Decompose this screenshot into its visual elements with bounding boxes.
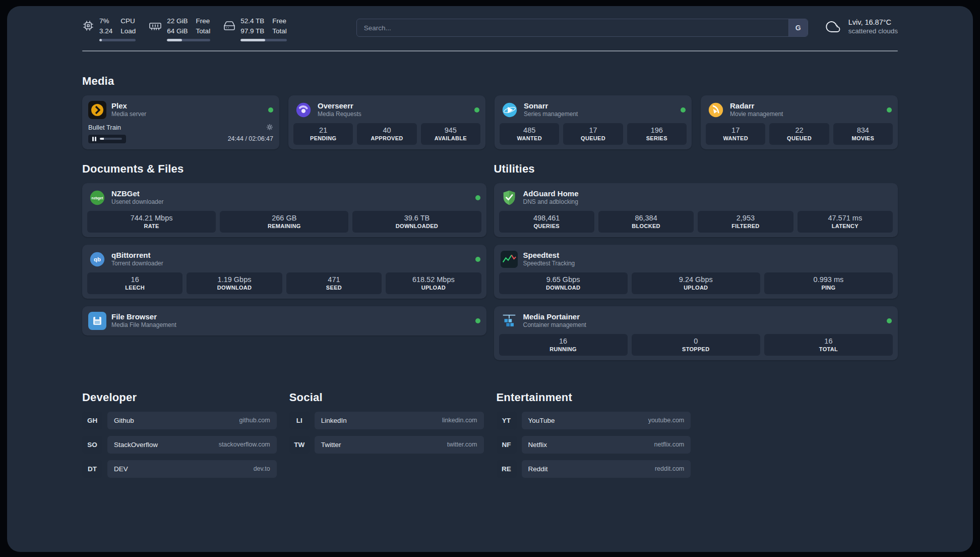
cpu-load-label: Load [120, 26, 136, 36]
service-card-filebrowser[interactable]: File Browser Media File Management [82, 306, 486, 336]
service-subtitle: Usenet downloader [111, 198, 163, 206]
pause-icon [92, 137, 96, 141]
service-name: Radarr [730, 101, 783, 111]
pause-button[interactable] [88, 135, 126, 143]
disk-free-label: Free [272, 16, 287, 26]
bookmark-name: Github [114, 417, 134, 424]
search-input[interactable] [356, 19, 808, 37]
section-title-media: Media [82, 75, 898, 88]
stat-tile: 498,461 QUERIES [499, 211, 594, 233]
bookmark-netflix[interactable]: NF Netflix netflix.com [497, 436, 691, 454]
stat-tile: 17 WANTED [706, 123, 765, 145]
bookmark-twitter[interactable]: TW Twitter twitter.com [289, 436, 484, 454]
service-card-nzbget[interactable]: nzbget NZBGet Usenet downloader 744.21 M… [82, 183, 486, 237]
stat-tile: 471 SEED [286, 272, 382, 294]
hard-drive-icon [223, 20, 235, 32]
playback-time: 24:44 / 02:06:47 [228, 135, 273, 142]
disk-progress-fill [240, 39, 265, 41]
service-name: Overseerr [318, 101, 361, 111]
service-subtitle: Series management [524, 110, 578, 119]
bookmark-linkedin[interactable]: LI LinkedIn linkedin.com [289, 412, 484, 429]
plex-icon [88, 101, 106, 119]
cloud-icon [824, 19, 842, 34]
service-card-speedtest[interactable]: Speedtest Speedtest Tracking 9.65 Gbps D… [494, 245, 898, 299]
topbar-divider [82, 50, 898, 51]
stat-tile: 834 MOVIES [833, 123, 893, 145]
bookmark-url: dev.to [254, 465, 270, 472]
status-dot [681, 107, 686, 113]
bookmark-abbr: GH [82, 412, 102, 429]
service-subtitle: Container management [523, 321, 586, 329]
service-subtitle: DNS and adblocking [523, 198, 579, 206]
now-playing-title: Bullet Train [88, 124, 121, 131]
memory-total-label: Total [196, 26, 211, 36]
bookmark-url: netflix.com [654, 441, 685, 448]
bookmark-url: linkedin.com [442, 417, 477, 424]
service-name: Speedtest [523, 250, 575, 260]
disk-total-value: 97.9 TB [240, 26, 264, 36]
stat-tile: 16 LEECH [87, 272, 182, 294]
service-card-qbittorrent[interactable]: qb qBittorrent Torrent downloader 16 LEE… [82, 245, 486, 299]
service-card-adguard[interactable]: AdGuard Home DNS and adblocking 498,461 … [494, 183, 898, 237]
bookmark-youtube[interactable]: YT YouTube youtube.com [497, 412, 691, 429]
bookmark-abbr: NF [497, 436, 517, 454]
portainer-icon [500, 312, 518, 330]
bookmark-url: twitter.com [447, 441, 477, 448]
service-name: qBittorrent [111, 250, 163, 260]
dashboard-content: 7% 3.24 CPU Load [82, 6, 898, 484]
stat-tile: 744.21 Mbps RATE [87, 211, 216, 233]
service-card-sonarr[interactable]: Sonarr Series management 485 WANTED 17 Q… [495, 95, 692, 149]
adguard-icon [500, 189, 518, 207]
svg-text:qb: qb [94, 256, 101, 262]
media-card-grid: Plex Media server Bullet Train [82, 95, 898, 149]
service-card-overseerr[interactable]: Overseerr Media Requests 21 PENDING 40 A… [288, 95, 485, 149]
service-card-portainer[interactable]: Media Portainer Container management 16 … [494, 306, 898, 360]
memory-progressbar [167, 39, 210, 41]
stat-tile: 47.571 ms LATENCY [798, 211, 893, 233]
bookmark-stackoverflow[interactable]: SO StackOverflow stackoverflow.com [82, 436, 277, 454]
service-name: AdGuard Home [523, 189, 579, 199]
bookmark-github[interactable]: GH Github github.com [82, 412, 277, 429]
service-subtitle: Movie management [730, 110, 783, 119]
service-subtitle: Media File Management [111, 321, 176, 329]
disk-free-value: 52.4 TB [240, 16, 264, 26]
status-dot [268, 107, 273, 113]
service-card-plex[interactable]: Plex Media server Bullet Train [82, 95, 279, 149]
bookmark-dev[interactable]: DT DEV dev.to [82, 460, 277, 478]
stat-tile: 0 STOPPED [632, 334, 760, 356]
weather-condition: scattered clouds [848, 27, 898, 35]
bookmark-url: reddit.com [655, 465, 684, 472]
bookmark-url: stackoverflow.com [219, 441, 270, 448]
bookmark-name: DEV [114, 465, 128, 473]
search-provider-button[interactable]: G [788, 19, 808, 36]
stat-tile: 485 WANTED [500, 123, 559, 145]
memory-free-value: 22 GiB [167, 16, 188, 26]
gear-icon[interactable] [266, 124, 273, 131]
stat-tile: 39.6 TB DOWNLOADED [352, 211, 481, 233]
bookmark-group-developer: Developer GH Github github.com SO StackO… [82, 391, 277, 484]
bookmark-reddit[interactable]: RE Reddit reddit.com [497, 460, 691, 478]
stat-tile: 17 QUEUED [563, 123, 623, 145]
service-subtitle: Media server [111, 110, 146, 119]
service-card-radarr[interactable]: Radarr Movie management 17 WANTED 22 QUE… [701, 95, 898, 149]
disk-widget: 52.4 TB 97.9 TB Free Total [223, 16, 287, 41]
disk-total-label: Total [272, 26, 287, 36]
bookmark-abbr: LI [289, 412, 310, 429]
service-name: Media Portainer [523, 312, 586, 322]
stat-tile: 9.65 Gbps DOWNLOAD [499, 272, 628, 294]
section-title-entertainment: Entertainment [497, 391, 691, 404]
stat-tile: 22 QUEUED [769, 123, 829, 145]
bookmarks-area: Developer GH Github github.com SO StackO… [82, 391, 898, 484]
bookmark-abbr: TW [289, 436, 310, 454]
stat-tile: 266 GB REMAINING [220, 211, 348, 233]
service-name: Plex [111, 101, 146, 111]
bookmark-name: StackOverflow [114, 441, 158, 449]
memory-total-value: 64 GiB [167, 26, 188, 36]
bookmark-abbr: RE [497, 460, 517, 478]
overseerr-icon [294, 101, 313, 119]
stat-tile: 618.52 Mbps UPLOAD [386, 272, 481, 294]
cpu-widget: 7% 3.24 CPU Load [82, 16, 136, 41]
status-dot [887, 107, 892, 113]
nzbget-icon: nzbget [88, 189, 106, 207]
filebrowser-icon [88, 312, 106, 330]
